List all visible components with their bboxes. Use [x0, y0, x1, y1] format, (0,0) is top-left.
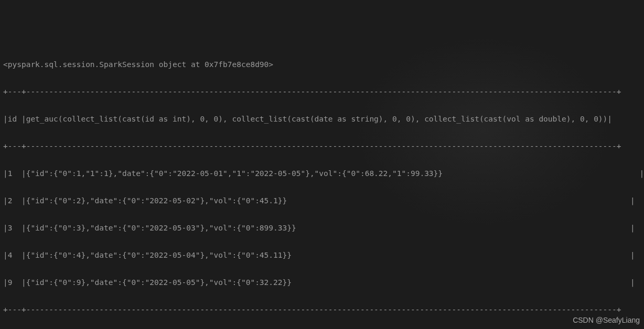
table-row: |3 |{"id":{"0":3},"date":{"0":"2022-05-0… — [3, 221, 641, 235]
table-header: |id |get_auc(collect_list(cast(id as int… — [3, 112, 641, 126]
table-border-top: +---+-----------------------------------… — [3, 85, 641, 98]
table-border-mid: +---+-----------------------------------… — [3, 139, 641, 153]
table-row: |2 |{"id":{"0":2},"date":{"0":"2022-05-0… — [3, 194, 641, 207]
csdn-watermark: CSDN @SeafyLiang — [573, 313, 640, 327]
table-row: |9 |{"id":{"0":9},"date":{"0":"2022-05-0… — [3, 276, 641, 289]
spark-session-repr: <pyspark.sql.session.SparkSession object… — [3, 58, 641, 71]
table-row: |1 |{"id":{"0":1,"1":1},"date":{"0":"202… — [3, 167, 641, 180]
table-border-bot: +---+-----------------------------------… — [3, 303, 641, 316]
table-row: |4 |{"id":{"0":4},"date":{"0":"2022-05-0… — [3, 248, 641, 262]
